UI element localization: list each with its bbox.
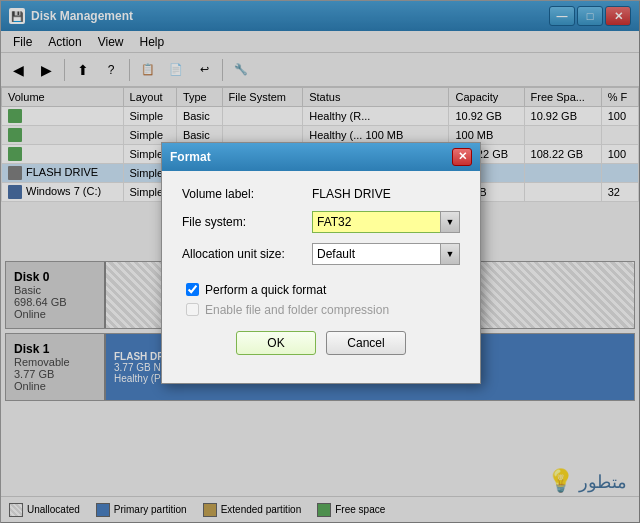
allocation-select[interactable]: Default 512 1024 2048 4096 xyxy=(312,243,460,265)
dialog-body: Volume label: FLASH DRIVE File system: F… xyxy=(162,171,480,383)
dialog-close-button[interactable]: ✕ xyxy=(452,148,472,166)
quick-format-row: Perform a quick format xyxy=(186,283,460,297)
file-system-select[interactable]: FAT32 NTFS exFAT xyxy=(312,211,460,233)
modal-overlay: Format ✕ Volume label: FLASH DRIVE File … xyxy=(1,1,640,523)
dialog-buttons: OK Cancel xyxy=(182,323,460,367)
compression-label: Enable file and folder compression xyxy=(205,303,389,317)
allocation-row: Allocation unit size: Default 512 1024 2… xyxy=(182,243,460,265)
compression-row: Enable file and folder compression xyxy=(186,303,460,317)
file-system-label: File system: xyxy=(182,215,312,229)
quick-format-label: Perform a quick format xyxy=(205,283,326,297)
cancel-button[interactable]: Cancel xyxy=(326,331,406,355)
quick-format-checkbox[interactable] xyxy=(186,283,199,296)
allocation-select-container: Default 512 1024 2048 4096 ▼ xyxy=(312,243,460,265)
compression-checkbox xyxy=(186,303,199,316)
volume-label-label: Volume label: xyxy=(182,187,312,201)
format-dialog: Format ✕ Volume label: FLASH DRIVE File … xyxy=(161,142,481,384)
dialog-title-text: Format xyxy=(170,150,452,164)
file-system-row: File system: FAT32 NTFS exFAT ▼ xyxy=(182,211,460,233)
dialog-title-bar: Format ✕ xyxy=(162,143,480,171)
volume-label-row: Volume label: FLASH DRIVE xyxy=(182,187,460,201)
allocation-label: Allocation unit size: xyxy=(182,247,312,261)
ok-button[interactable]: OK xyxy=(236,331,316,355)
volume-label-value: FLASH DRIVE xyxy=(312,187,391,201)
main-window: 💾 Disk Management — □ ✕ File Action View… xyxy=(0,0,640,523)
file-system-select-container: FAT32 NTFS exFAT ▼ xyxy=(312,211,460,233)
